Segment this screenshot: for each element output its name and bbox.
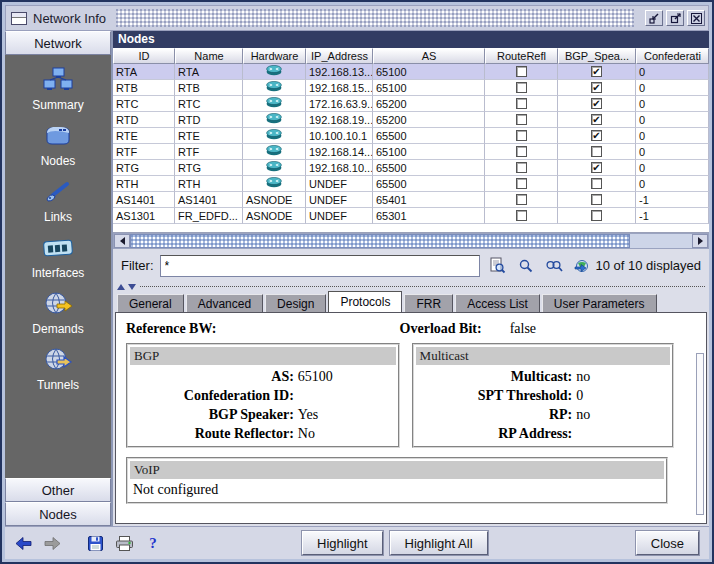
forward-icon[interactable] (42, 534, 62, 552)
table-row-as1401[interactable]: AS1401AS1401ASNODEUNDEF65401-1 (113, 192, 709, 208)
sidebar-item-interfaces[interactable]: Interfaces (32, 233, 85, 280)
checkbox-unchecked-icon[interactable] (516, 162, 527, 173)
column-header-hardware[interactable]: Hardware (243, 48, 306, 64)
scroll-left-icon[interactable] (114, 234, 130, 248)
search-icon[interactable] (516, 256, 536, 276)
checkbox-checked-icon[interactable]: ✔ (591, 82, 602, 93)
checkbox-checked-icon[interactable]: ✔ (591, 66, 602, 77)
globe-search-icon[interactable] (572, 256, 592, 276)
vertical-scrollbar[interactable] (696, 353, 704, 515)
table-row-rte[interactable]: RTERTE10.100.10.165500✔0 (113, 128, 709, 144)
tab-advanced[interactable]: Advanced (186, 294, 263, 312)
save-icon[interactable] (85, 534, 105, 552)
cell-confederation: -1 (636, 208, 709, 224)
sidebar-other-button[interactable]: Other (5, 478, 111, 502)
checkbox-unchecked-icon[interactable] (516, 194, 527, 205)
table-row-rth[interactable]: RTHRTHUNDEF655000 (113, 176, 709, 192)
checkbox-unchecked-icon[interactable] (591, 210, 602, 221)
sidebar-item-summary[interactable]: Summary (32, 65, 83, 112)
cell-confederation: 0 (636, 64, 709, 80)
checkbox-unchecked-icon[interactable] (516, 66, 527, 77)
table-search-icon[interactable] (488, 256, 508, 276)
scroll-right-icon[interactable] (692, 234, 708, 248)
cell-ip-address: UNDEF (306, 208, 373, 224)
cell-confederation: 0 (636, 96, 709, 112)
table-row-rtb[interactable]: RTBRTB192.168.15...65100✔0 (113, 80, 709, 96)
filter-input[interactable] (160, 255, 480, 277)
column-header-ip-address[interactable]: IP_Address (306, 48, 373, 64)
checkbox-unchecked-icon[interactable] (516, 210, 527, 221)
checkbox-unchecked-icon[interactable] (591, 178, 602, 189)
tab-general[interactable]: General (117, 294, 184, 312)
maximize-icon[interactable] (666, 10, 684, 26)
filter-label: Filter: (121, 258, 154, 273)
field-label: SPT Threshold: (414, 386, 577, 405)
collapse-up-icon[interactable] (117, 284, 125, 290)
split-divider[interactable] (113, 282, 709, 291)
search-multiple-icon[interactable] (544, 256, 564, 276)
cell-as: 65100 (373, 64, 485, 80)
cell-ip-address: 192.168.15... (306, 80, 373, 96)
checkbox-unchecked-icon[interactable] (516, 82, 527, 93)
horizontal-scrollbar[interactable] (113, 233, 709, 249)
collapse-down-icon[interactable] (128, 284, 136, 290)
tab-design[interactable]: Design (265, 294, 326, 312)
checkbox-unchecked-icon[interactable] (516, 98, 527, 109)
table-row-as1301[interactable]: AS1301FR_EDFD...ASNODEUNDEF65301-1 (113, 208, 709, 224)
minimize-icon[interactable] (645, 10, 663, 26)
back-icon[interactable] (13, 534, 33, 552)
column-header-confederati[interactable]: Confederati (636, 48, 709, 64)
window-icon (11, 12, 27, 25)
table-row-rta[interactable]: RTARTA192.168.13...65100✔0 (113, 64, 709, 80)
column-header-routerefl[interactable]: RouteRefl (485, 48, 558, 64)
checkbox-unchecked-icon[interactable] (516, 146, 527, 157)
table-row-rtf[interactable]: RTFRTF192.168.14...651000 (113, 144, 709, 160)
tab-frr[interactable]: FRR (404, 294, 453, 312)
highlight-button[interactable]: Highlight (302, 531, 383, 555)
sidebar-network-button[interactable]: Network (5, 31, 111, 55)
checkbox-checked-icon[interactable]: ✔ (591, 98, 602, 109)
sidebar-nodes-button[interactable]: Nodes (5, 502, 111, 526)
close-icon[interactable] (687, 10, 705, 26)
checkbox-unchecked-icon[interactable] (591, 194, 602, 205)
cell-bgp-speaker (558, 192, 636, 208)
horizontal-scrollbar-thumb[interactable] (130, 234, 630, 248)
cell-bgp-speaker (558, 144, 636, 160)
router-icon (266, 145, 282, 158)
cell-ip-address: 192.168.14... (306, 144, 373, 160)
close-button[interactable]: Close (636, 531, 699, 555)
sidebar-item-links[interactable]: Links (41, 177, 75, 224)
checkbox-unchecked-icon[interactable] (591, 146, 602, 157)
tab-access-list[interactable]: Access List (455, 294, 540, 312)
table-row-rtc[interactable]: RTCRTC172.16.63.9..65200✔0 (113, 96, 709, 112)
cell-routerefl (485, 160, 558, 176)
table-row-rtd[interactable]: RTDRTD192.168.19...65200✔0 (113, 112, 709, 128)
sidebar-item-demands[interactable]: Demands (32, 289, 83, 336)
cell-id: RTB (113, 80, 175, 96)
column-header-bgp-spea-[interactable]: BGP_Spea... (558, 48, 636, 64)
sidebar-item-tunnels[interactable]: Tunnels (37, 345, 79, 392)
cell-name: AS1401 (175, 192, 243, 208)
tab-user-parameters[interactable]: User Parameters (542, 294, 657, 312)
checkbox-unchecked-icon[interactable] (516, 114, 527, 125)
router-icon (266, 161, 282, 174)
help-icon[interactable]: ? (143, 534, 163, 552)
column-header-name[interactable]: Name (175, 48, 243, 64)
router-icon (266, 65, 282, 78)
cell-bgp-speaker: ✔ (558, 80, 636, 96)
highlight-all-button[interactable]: Highlight All (390, 531, 488, 555)
print-icon[interactable] (114, 534, 134, 552)
sidebar-item-nodes[interactable]: Nodes (41, 121, 76, 168)
checkbox-checked-icon[interactable]: ✔ (591, 162, 602, 173)
column-header-id[interactable]: ID (113, 48, 175, 64)
table-row-rtg[interactable]: RTGRTG192.168.10...65500✔0 (113, 160, 709, 176)
checkbox-checked-icon[interactable]: ✔ (591, 130, 602, 141)
cell-ip-address: 192.168.13... (306, 64, 373, 80)
tab-protocols[interactable]: Protocols (328, 291, 402, 312)
checkbox-unchecked-icon[interactable] (516, 130, 527, 141)
checkbox-unchecked-icon[interactable] (516, 178, 527, 189)
sidebar-item-label: Summary (32, 98, 83, 112)
cell-bgp-speaker: ✔ (558, 96, 636, 112)
checkbox-checked-icon[interactable]: ✔ (591, 114, 602, 125)
column-header-as[interactable]: AS (373, 48, 485, 64)
